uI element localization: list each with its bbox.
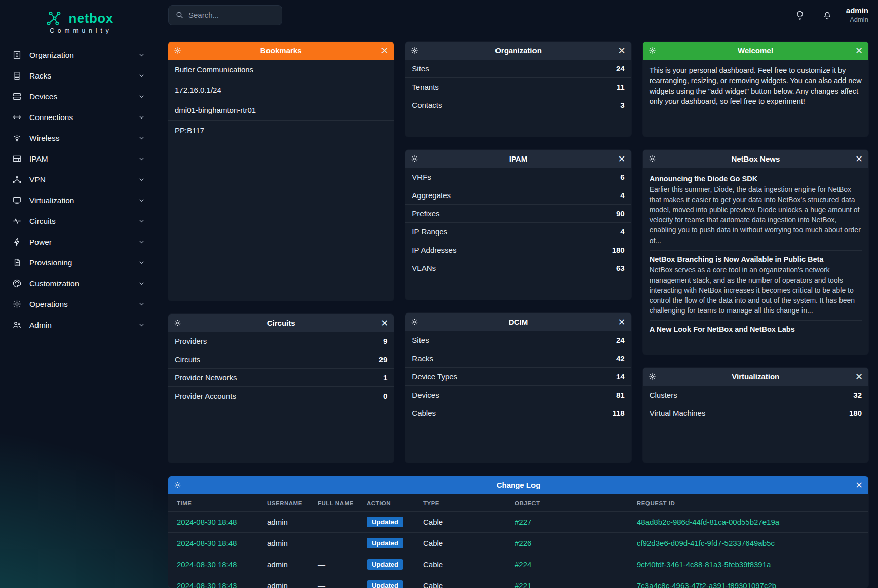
sidebar-item-vpn[interactable]: VPN <box>0 169 159 190</box>
widget-close-icon[interactable]: ✕ <box>855 481 863 490</box>
welcome-text-emphasis: your <box>665 97 679 105</box>
object-link[interactable]: #226 <box>515 539 531 547</box>
stat-row[interactable]: Racks42 <box>405 349 631 367</box>
brand-subtitle: Community <box>0 27 159 34</box>
chevron-down-icon <box>138 238 145 246</box>
news-item-title[interactable]: NetBox Branching is Now Available in Pub… <box>650 255 862 263</box>
object-link[interactable]: #227 <box>515 518 531 526</box>
stat-value: 14 <box>616 372 625 381</box>
sidebar-item-ipam[interactable]: IPAM <box>0 148 159 169</box>
sidebar-item-label: Admin <box>29 321 52 330</box>
request-id-link[interactable]: cf92d3e6-d09d-41fc-9fd7-52337649ab5c <box>637 539 775 547</box>
sidebar-item-power[interactable]: Power <box>0 231 159 252</box>
sidebar-item-label: Connections <box>29 113 73 122</box>
type-cell: Cable <box>419 554 511 575</box>
widget-close-icon[interactable]: ✕ <box>855 46 863 55</box>
news-item-title[interactable]: A New Look For NetBox and NetBox Labs <box>650 325 862 333</box>
widget-title: Bookmarks <box>168 46 394 55</box>
sidebar-item-wireless[interactable]: Wireless <box>0 128 159 148</box>
sidebar-item-connections[interactable]: Connections <box>0 107 159 128</box>
sidebar-item-label: Wireless <box>29 134 59 143</box>
request-id-link[interactable]: 48ad8b2c-986d-44fd-81ca-00d55b27e19a <box>637 518 779 526</box>
stat-label: Clusters <box>650 390 677 399</box>
widget-config-icon[interactable] <box>648 373 656 380</box>
widget-close-icon[interactable]: ✕ <box>855 372 863 381</box>
lightbulb-icon <box>795 10 805 20</box>
bookmark-link[interactable]: PP:B117 <box>168 120 394 140</box>
time-link[interactable]: 2024-08-30 18:43 <box>177 581 237 588</box>
sidebar-item-circuits[interactable]: Circuits <box>0 211 159 231</box>
widget-config-icon[interactable] <box>648 155 656 163</box>
time-link[interactable]: 2024-08-30 18:48 <box>177 518 237 526</box>
widget-config-icon[interactable] <box>411 47 418 54</box>
sidebar-item-customization[interactable]: Customization <box>0 273 159 294</box>
time-link[interactable]: 2024-08-30 18:48 <box>177 539 237 547</box>
stat-row[interactable]: Prefixes90 <box>405 204 631 222</box>
object-link[interactable]: #221 <box>515 581 531 588</box>
widget-close-icon[interactable]: ✕ <box>380 46 388 55</box>
search-box[interactable] <box>168 5 282 25</box>
time-link[interactable]: 2024-08-30 18:48 <box>177 560 237 569</box>
widget-close-icon[interactable]: ✕ <box>855 154 863 164</box>
search-input[interactable] <box>188 11 275 19</box>
stat-row[interactable]: Sites24 <box>405 331 631 349</box>
sidebar-item-operations[interactable]: Operations <box>0 294 159 315</box>
widget-change-log: Change Log ✕ TIME USERNAME FULL NAME ACT… <box>168 476 868 588</box>
stat-row[interactable]: Clusters32 <box>643 386 868 404</box>
sidebar-item-organization[interactable]: Organization <box>0 45 159 65</box>
bookmark-link[interactable]: Butler Communications <box>168 60 394 80</box>
object-link[interactable]: #224 <box>515 560 531 569</box>
stat-row[interactable]: Devices81 <box>405 385 631 404</box>
widget-close-icon[interactable]: ✕ <box>380 319 388 328</box>
dashboard: Bookmarks ✕ Butler Communications 172.16… <box>168 42 868 463</box>
stat-value: 42 <box>616 354 625 363</box>
stat-row[interactable]: Virtual Machines180 <box>643 404 868 422</box>
widget-close-icon[interactable]: ✕ <box>618 154 626 164</box>
theme-toggle-button[interactable] <box>791 7 809 24</box>
stat-row[interactable]: VLANs63 <box>405 259 631 277</box>
stat-row[interactable]: Sites24 <box>405 60 631 77</box>
bookmark-link[interactable]: dmi01-binghamton-rtr01 <box>168 100 394 120</box>
request-id-link[interactable]: 7c3a4c8c-4963-47f2-a391-f89301097c2b <box>637 581 776 588</box>
netbox-logo[interactable]: netbox Community <box>0 7 159 35</box>
changelog-row: 2024-08-30 18:48 admin — Updated Cable #… <box>168 511 868 532</box>
request-id-link[interactable]: 9cf40fdf-3461-4c88-81a3-5feb39f8391a <box>637 560 771 569</box>
stat-row[interactable]: Tenants11 <box>405 77 631 96</box>
stat-row[interactable]: VRFs6 <box>405 168 631 186</box>
stat-row[interactable]: Contacts3 <box>405 96 631 114</box>
widget-config-icon[interactable] <box>411 318 418 326</box>
bookmark-link[interactable]: 172.16.0.1/24 <box>168 80 394 100</box>
connections-icon <box>12 112 22 122</box>
changelog-row: 2024-08-30 18:43 admin — Updated Cable #… <box>168 575 868 588</box>
sidebar-item-racks[interactable]: Racks <box>0 65 159 86</box>
widget-close-icon[interactable]: ✕ <box>618 318 626 327</box>
chevron-down-icon <box>138 51 145 59</box>
stat-row[interactable]: Device Types14 <box>405 367 631 385</box>
stat-row[interactable]: Provider Accounts0 <box>168 386 394 405</box>
stat-row[interactable]: Cables118 <box>405 404 631 422</box>
widget-close-icon[interactable]: ✕ <box>618 46 626 55</box>
widget-config-icon[interactable] <box>174 47 181 54</box>
sidebar-item-devices[interactable]: Devices <box>0 86 159 107</box>
news-item-title[interactable]: Announcing the Diode Go SDK <box>650 175 862 183</box>
widget-config-icon[interactable] <box>174 481 181 489</box>
widget-config-icon[interactable] <box>411 155 418 163</box>
widget-organization: Organization ✕ Sites24 Tenants11 Contact… <box>405 42 631 137</box>
stat-value: 118 <box>612 409 624 417</box>
stat-row[interactable]: IP Addresses180 <box>405 241 631 259</box>
user-menu[interactable]: admin Admin <box>846 6 868 24</box>
username-cell: admin <box>263 511 314 532</box>
widget-config-icon[interactable] <box>648 47 656 54</box>
stat-row[interactable]: Providers9 <box>168 332 394 350</box>
stat-row[interactable]: Circuits29 <box>168 350 394 368</box>
stat-row[interactable]: Aggregates4 <box>405 186 631 204</box>
sidebar-item-virtualization[interactable]: Virtualization <box>0 190 159 211</box>
stat-row[interactable]: IP Ranges4 <box>405 222 631 241</box>
notifications-button[interactable] <box>819 7 836 24</box>
sidebar-item-admin[interactable]: Admin <box>0 315 159 335</box>
sidebar-nav: Organization Racks Devices Connections W <box>0 45 159 335</box>
stat-row[interactable]: Provider Networks1 <box>168 368 394 386</box>
widget-config-icon[interactable] <box>174 319 181 327</box>
sidebar-item-provisioning[interactable]: Provisioning <box>0 252 159 273</box>
changelog-row: 2024-08-30 18:48 admin — Updated Cable #… <box>168 532 868 554</box>
